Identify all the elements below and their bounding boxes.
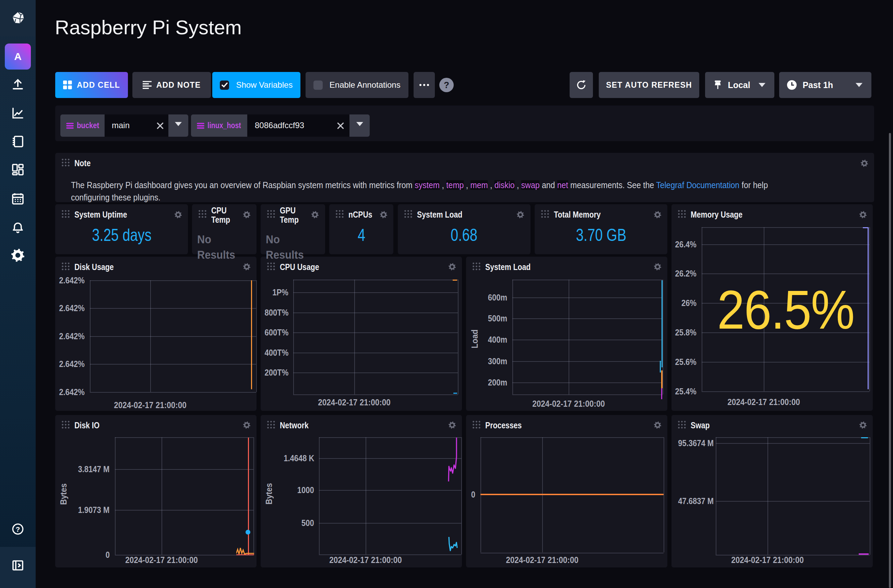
svg-text:?: ? bbox=[16, 525, 20, 533]
